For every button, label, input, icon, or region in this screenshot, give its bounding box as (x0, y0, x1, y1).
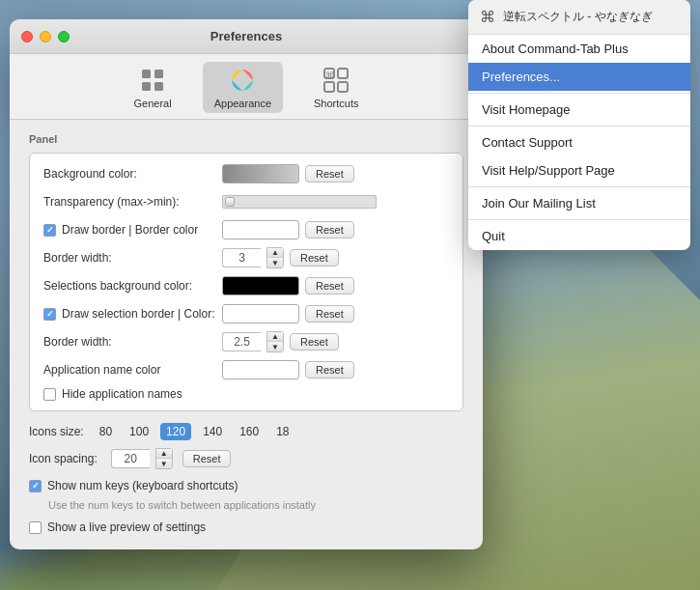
shortcuts-icon: ⌘ (322, 66, 350, 95)
svg-rect-2 (142, 82, 151, 91)
draw-border-reset[interactable]: Reset (305, 221, 354, 239)
menu-preferences[interactable]: Preferences... (468, 63, 690, 91)
svg-rect-8 (324, 82, 334, 92)
draw-border-checkbox[interactable]: ✓ (43, 224, 56, 237)
border-width-label: Border width: (43, 251, 222, 265)
draw-selection-border-row: ✓ Draw selection border | Color: Reset (43, 303, 449, 324)
menu-separator-1 (468, 93, 690, 94)
svg-rect-3 (154, 82, 163, 91)
app-name-color-swatch[interactable] (222, 360, 299, 379)
menu-app-title: 逆転スペクトル - やなぎなぎ (503, 9, 653, 25)
close-button[interactable] (21, 31, 33, 42)
selections-bg-swatch[interactable] (222, 276, 299, 295)
menu-quit[interactable]: Quit (468, 222, 690, 250)
transparency-slider[interactable] (222, 195, 377, 209)
border-width-row: Border width: ▲ ▼ Reset (43, 247, 449, 268)
tab-appearance[interactable]: Appearance (203, 62, 283, 113)
icons-size-row: Icons size: 80 100 120 140 160 18 (29, 423, 463, 440)
menu-separator-3 (468, 186, 690, 187)
show-num-keys-section: ✓ Show num keys (keyboard shortcuts) Use… (29, 479, 463, 511)
svg-rect-1 (154, 70, 163, 78)
svg-rect-9 (338, 82, 348, 92)
icon-spacing-row: Icon spacing: ▲ ▼ Reset (29, 448, 463, 469)
menu-contact[interactable]: Contact Support (468, 128, 690, 156)
icon-size-140[interactable]: 140 (197, 423, 228, 440)
sel-border-width-decrement[interactable]: ▼ (267, 342, 283, 351)
panel-section: Background color: Reset Transparency (ma… (29, 153, 463, 411)
minimize-button[interactable] (40, 31, 51, 42)
live-preview-checkbox[interactable] (29, 521, 42, 534)
sel-border-width-increment[interactable]: ▲ (267, 332, 283, 342)
selections-bg-reset[interactable]: Reset (305, 277, 354, 295)
appearance-icon (228, 66, 257, 95)
selections-bg-label: Selections background color: (43, 279, 222, 293)
draw-sel-border-group: ✓ Draw selection border | Color: (43, 307, 222, 321)
border-width-stepper: ▲ ▼ (266, 247, 284, 268)
border-width-input[interactable] (222, 248, 261, 267)
draw-border-control: Reset (222, 220, 354, 239)
icon-size-160[interactable]: 160 (234, 423, 265, 440)
draw-sel-border-control: Reset (222, 304, 354, 323)
icon-spacing-input[interactable] (111, 449, 150, 468)
show-num-keys-checkbox[interactable]: ✓ (29, 480, 42, 492)
menu-about[interactable]: About Command-Tab Plus (468, 35, 690, 63)
bg-color-swatch[interactable] (222, 164, 299, 183)
border-width-control: ▲ ▼ Reset (222, 247, 339, 268)
slider-thumb (225, 197, 235, 207)
live-preview-label: Show a live preview of settings (47, 520, 206, 534)
icon-spacing-stepper: ▲ ▼ (155, 448, 173, 469)
icon-size-120[interactable]: 120 (160, 423, 191, 440)
general-icon (138, 66, 167, 95)
menu-help[interactable]: Visit Help/Support Page (468, 156, 690, 184)
border-width-decrement[interactable]: ▼ (267, 258, 283, 267)
dropdown-header: ⌘ 逆転スペクトル - やなぎなぎ (468, 0, 690, 35)
border-color-swatch[interactable] (222, 220, 299, 239)
bg-color-control: Reset (222, 164, 354, 183)
show-num-keys-label: Show num keys (keyboard shortcuts) (47, 479, 238, 492)
draw-sel-border-label: Draw selection border | Color: (62, 307, 215, 321)
sel-border-width-reset[interactable]: Reset (290, 333, 339, 351)
icon-size-100[interactable]: 100 (124, 423, 154, 440)
icon-spacing-decrement[interactable]: ▼ (156, 459, 172, 468)
sel-border-width-control: ▲ ▼ Reset (222, 331, 339, 352)
app-name-color-reset[interactable]: Reset (305, 361, 354, 379)
app-name-color-label: Application name color (43, 363, 222, 377)
icon-spacing-reset[interactable]: Reset (182, 450, 232, 467)
show-num-keys-desc: Use the num keys to switch between appli… (48, 499, 463, 511)
icon-size-80[interactable]: 80 (94, 423, 118, 440)
window-controls (21, 31, 70, 42)
tab-general[interactable]: General (123, 62, 183, 113)
toolbar: General Appearance ⌘ (10, 54, 483, 120)
menu-mailing[interactable]: Join Our Mailing List (468, 189, 690, 217)
maximize-button[interactable] (58, 31, 70, 42)
app-name-color-row: Application name color Reset (43, 359, 449, 380)
content-area: Panel Background color: Reset Transparen… (10, 120, 483, 549)
shortcuts-label: Shortcuts (314, 98, 358, 109)
dropdown-menu: ⌘ 逆転スペクトル - やなぎなぎ About Command-Tab Plus… (468, 0, 690, 250)
icon-spacing-increment[interactable]: ▲ (156, 449, 172, 459)
panel-section-label: Panel (29, 133, 463, 145)
svg-text:⌘: ⌘ (325, 70, 334, 80)
border-width-increment[interactable]: ▲ (267, 248, 283, 258)
tab-shortcuts[interactable]: ⌘ Shortcuts (302, 62, 370, 113)
draw-border-label: Draw border | Border color (62, 223, 198, 237)
live-preview-row: Show a live preview of settings (29, 520, 463, 534)
menu-separator-2 (468, 126, 690, 126)
icon-size-18[interactable]: 18 (270, 423, 294, 440)
draw-border-row: ✓ Draw border | Border color Reset (43, 219, 449, 240)
draw-border-checkbox-group: ✓ Draw border | Border color (43, 223, 222, 237)
sel-border-color-swatch[interactable] (222, 304, 299, 323)
bg-color-row: Background color: Reset (43, 163, 449, 184)
menu-separator-4 (468, 219, 690, 220)
bg-color-reset[interactable]: Reset (305, 165, 354, 183)
draw-sel-border-reset[interactable]: Reset (305, 305, 354, 323)
hide-app-names-row: Hide application names (43, 387, 449, 401)
hide-app-names-checkbox[interactable] (43, 388, 56, 401)
sel-border-width-input[interactable] (222, 332, 261, 351)
transparency-label: Transparency (max->min): (43, 195, 222, 209)
selections-bg-control: Reset (222, 276, 354, 295)
window-title: Preferences (210, 29, 282, 43)
draw-sel-border-checkbox[interactable]: ✓ (43, 308, 56, 321)
menu-homepage[interactable]: Visit Homepage (468, 96, 690, 124)
border-width-reset[interactable]: Reset (290, 249, 339, 267)
